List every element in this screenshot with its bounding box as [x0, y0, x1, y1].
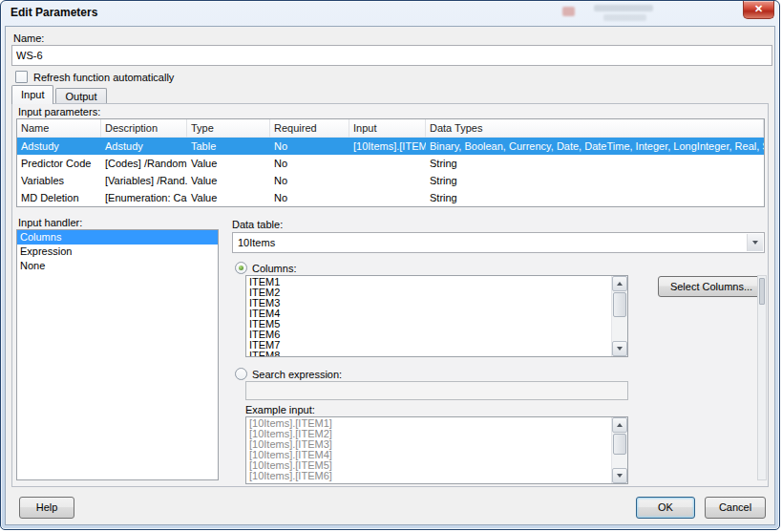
cell-input [349, 155, 426, 172]
chevron-up-icon [617, 423, 623, 427]
combobox-dropdown-button[interactable] [747, 234, 763, 251]
tab-strip: Input Output [11, 85, 109, 104]
close-button[interactable]: ✕ [743, 1, 774, 19]
help-button[interactable]: Help [19, 497, 74, 519]
data-table-combobox[interactable]: 10Items [232, 232, 765, 253]
scrollbar-thumb[interactable] [613, 292, 626, 317]
screen: Edit Parameters ✕ Name: Refresh function… [0, 0, 782, 532]
ok-button[interactable]: OK [636, 497, 695, 519]
list-item[interactable]: ITEM5 [246, 319, 611, 330]
columns-list-items: ITEM1 ITEM2 ITEM3 ITEM4 ITEM5 ITEM6 ITEM… [246, 277, 611, 356]
scrollbar-thumb[interactable] [613, 434, 626, 455]
list-item-expression[interactable]: Expression [17, 245, 218, 259]
help-button-label: Help [36, 501, 58, 513]
columns-radio-label: Columns: [252, 263, 296, 274]
ok-button-label: OK [658, 501, 673, 513]
cell-data-types: Binary, Boolean, Currency, Date, DateTim… [426, 138, 764, 155]
dialog-client-area: Name: Refresh function automatically Inp… [5, 26, 775, 525]
chevron-up-icon [617, 282, 623, 286]
cell-type: Value [187, 172, 270, 189]
list-item[interactable]: ITEM7 [246, 340, 611, 351]
cell-name: Variables [17, 172, 101, 189]
list-item: [10Items].[ITEM6] [246, 471, 611, 481]
cell-name: Predictor Code [17, 155, 101, 172]
example-input-list: [10Items].[ITEM1] [10Items].[ITEM2] [10I… [245, 416, 628, 484]
name-input[interactable] [11, 45, 772, 66]
cell-type: Value [187, 155, 270, 172]
input-handler-list: Columns Expression None [16, 229, 219, 480]
chevron-down-icon [617, 347, 623, 351]
cell-input [349, 189, 426, 206]
cell-required: No [270, 155, 349, 172]
table-row[interactable]: Adstudy Adstudy Table No [10Items].[ITEM… [17, 138, 764, 155]
select-columns-button-label: Select Columns... [670, 281, 752, 292]
cell-type: Table [187, 138, 270, 155]
example-list-scrollbar[interactable] [611, 417, 627, 483]
column-header[interactable]: Description [101, 119, 187, 138]
table-header-row: Name Description Type Required Input Dat… [17, 119, 764, 138]
column-header[interactable]: Required [270, 119, 349, 138]
scroll-up-button[interactable] [612, 276, 627, 291]
cell-required: No [270, 189, 349, 206]
panel-scrollbar[interactable] [757, 275, 767, 480]
chevron-down-icon [752, 241, 758, 245]
input-parameters-label: Input parameters: [18, 106, 100, 117]
refresh-checkbox-label: Refresh function automatically [33, 72, 174, 83]
search-expression-input[interactable] [245, 381, 628, 400]
list-item[interactable]: ITEM1 [246, 277, 611, 287]
data-table-label: Data table: [232, 219, 283, 230]
input-parameters-table: Name Description Type Required Input Dat… [16, 118, 765, 207]
scrollbar-thumb[interactable] [759, 278, 765, 305]
table-row[interactable]: Predictor Code [Codes] /Random... Value … [17, 155, 764, 172]
chevron-down-icon [617, 474, 623, 478]
table-row[interactable]: MD Deletion [Enumeration: Ca... Value No… [17, 189, 764, 206]
scroll-down-button[interactable] [612, 341, 627, 356]
list-item[interactable]: ITEM8 [246, 351, 611, 356]
cancel-button[interactable]: Cancel [705, 497, 766, 519]
cell-description: [Variables] /Rand... [101, 172, 187, 189]
list-item[interactable]: ITEM6 [246, 330, 611, 340]
cell-input [349, 172, 426, 189]
columns-list-scrollbar[interactable] [611, 276, 627, 356]
cell-required: No [270, 172, 349, 189]
list-item[interactable]: ITEM3 [246, 298, 611, 309]
close-icon: ✕ [754, 3, 763, 14]
cell-type: Value [187, 189, 270, 206]
column-header[interactable]: Type [187, 119, 270, 138]
scroll-up-button[interactable] [612, 417, 627, 433]
titlebar[interactable]: Edit Parameters ✕ [1, 1, 779, 26]
list-item-columns[interactable]: Columns [17, 230, 218, 245]
combobox-value: 10Items [238, 233, 275, 252]
columns-radio[interactable] [235, 262, 247, 274]
titlebar-glass-artifact [603, 14, 646, 21]
select-columns-button[interactable]: Select Columns... [658, 276, 765, 297]
list-item[interactable]: ITEM4 [246, 309, 611, 319]
cell-input: [10Items].[ITEM1]... [349, 138, 426, 155]
list-item-none[interactable]: None [17, 259, 218, 273]
cell-data-types: String [426, 155, 764, 172]
search-expression-radio-label: Search expression: [252, 369, 342, 380]
refresh-checkbox[interactable] [15, 71, 28, 83]
cell-data-types: String [426, 189, 764, 206]
scroll-down-button[interactable] [612, 468, 627, 483]
name-label: Name: [13, 32, 44, 44]
cancel-button-label: Cancel [719, 501, 751, 513]
cell-name: Adstudy [17, 138, 101, 155]
example-input-items: [10Items].[ITEM1] [10Items].[ITEM2] [10I… [246, 418, 611, 483]
list-item[interactable]: ITEM2 [246, 287, 611, 298]
edit-parameters-dialog: Edit Parameters ✕ Name: Refresh function… [0, 0, 780, 530]
tab-output[interactable]: Output [55, 88, 106, 104]
column-header[interactable]: Data Types [426, 119, 764, 138]
columns-list: ITEM1 ITEM2 ITEM3 ITEM4 ITEM5 ITEM6 ITEM… [245, 275, 628, 357]
input-tab-page: Input parameters: Name Description Type … [11, 103, 769, 487]
search-expression-radio[interactable] [235, 368, 247, 380]
cell-data-types: String [426, 172, 764, 189]
cell-description: [Enumeration: Ca... [101, 189, 187, 206]
window-title: Edit Parameters [11, 6, 97, 19]
tab-input[interactable]: Input [11, 85, 53, 104]
column-header[interactable]: Name [17, 119, 101, 138]
column-header[interactable]: Input [349, 119, 426, 138]
titlebar-glass-artifact [594, 5, 653, 11]
table-row[interactable]: Variables [Variables] /Rand... Value No … [17, 172, 764, 189]
example-input-label: Example input: [245, 404, 315, 415]
